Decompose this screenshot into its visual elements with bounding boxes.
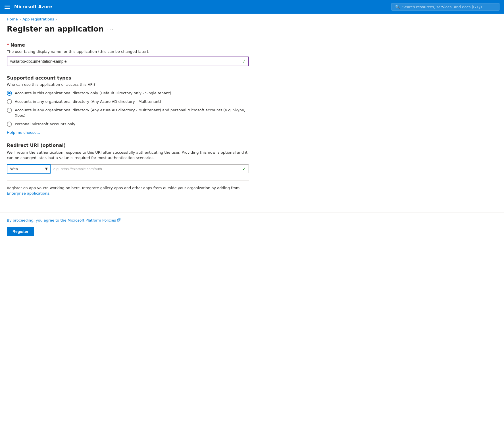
radio-item-2[interactable]: Accounts in any organizational directory… bbox=[7, 99, 249, 104]
radio-circle-2[interactable] bbox=[7, 99, 12, 104]
footer: By proceeding, you agree to the Microsof… bbox=[0, 212, 504, 242]
redirect-url-wrapper: ✓ bbox=[51, 164, 249, 173]
radio-label-2: Accounts in any organizational directory… bbox=[15, 99, 161, 104]
external-link-icon bbox=[117, 218, 120, 222]
name-check-icon: ✓ bbox=[242, 59, 246, 64]
redirect-type-wrapper: Web SPA Public client/native ▼ bbox=[7, 164, 51, 174]
page-title-row: Register an application ··· bbox=[7, 25, 249, 33]
page-title: Register an application bbox=[7, 25, 104, 33]
redirect-uri-description: We'll return the authentication response… bbox=[7, 150, 249, 161]
bottom-info-text: Register an app you're working on here. … bbox=[7, 186, 239, 190]
account-question: Who can use this application or access t… bbox=[7, 82, 249, 87]
breadcrumb-sep-2: › bbox=[56, 17, 57, 21]
more-options-icon[interactable]: ··· bbox=[107, 27, 114, 33]
breadcrumb-sep-1: › bbox=[19, 17, 21, 21]
global-search[interactable]: 🔍 Search resources, services, and docs (… bbox=[391, 3, 499, 11]
policy-row: By proceeding, you agree to the Microsof… bbox=[7, 218, 497, 222]
redirect-check-icon: ✓ bbox=[242, 166, 246, 172]
redirect-type-select[interactable]: Web SPA Public client/native bbox=[7, 164, 51, 174]
app-title: Microsoft Azure bbox=[14, 4, 387, 9]
radio-label-1: Accounts in this organizational director… bbox=[15, 91, 171, 96]
supported-accounts-section: Supported account types Who can use this… bbox=[7, 75, 249, 135]
top-nav: Microsoft Azure 🔍 Search resources, serv… bbox=[0, 0, 504, 14]
bottom-info: Register an app you're working on here. … bbox=[7, 180, 249, 196]
redirect-inputs-row: Web SPA Public client/native ▼ ✓ bbox=[7, 164, 249, 174]
hamburger-menu[interactable] bbox=[5, 5, 10, 9]
supported-accounts-title: Supported account types bbox=[7, 75, 249, 81]
name-input-wrapper: ✓ bbox=[7, 57, 249, 66]
app-name-input[interactable] bbox=[7, 57, 249, 66]
radio-circle-4[interactable] bbox=[7, 122, 12, 127]
help-choose-link[interactable]: Help me choose... bbox=[7, 130, 40, 135]
required-star: * bbox=[7, 42, 9, 48]
radio-label-3: Accounts in any organizational directory… bbox=[15, 108, 249, 118]
redirect-uri-section: Redirect URI (optional) We'll return the… bbox=[7, 143, 249, 174]
search-placeholder: Search resources, services, and docs (G+… bbox=[402, 5, 482, 9]
name-label: *Name bbox=[7, 42, 249, 48]
name-description: The user-facing display name for this ap… bbox=[7, 49, 249, 54]
radio-label-4: Personal Microsoft accounts only bbox=[15, 122, 75, 127]
redirect-url-input[interactable] bbox=[51, 164, 249, 173]
search-icon: 🔍 bbox=[395, 5, 400, 9]
policy-link[interactable]: By proceeding, you agree to the Microsof… bbox=[7, 218, 116, 222]
radio-item-3[interactable]: Accounts in any organizational directory… bbox=[7, 108, 249, 118]
register-button[interactable]: Register bbox=[7, 227, 34, 236]
radio-circle-1[interactable] bbox=[7, 91, 12, 96]
radio-circle-3[interactable] bbox=[7, 108, 12, 113]
name-section: *Name The user-facing display name for t… bbox=[7, 42, 249, 66]
redirect-uri-title: Redirect URI (optional) bbox=[7, 143, 249, 148]
page-content: Register an application ··· *Name The us… bbox=[0, 22, 256, 212]
enterprise-apps-link[interactable]: Enterprise applications. bbox=[7, 191, 51, 195]
breadcrumb-home[interactable]: Home bbox=[7, 17, 18, 21]
breadcrumb: Home › App registrations › bbox=[0, 14, 504, 22]
radio-item-1[interactable]: Accounts in this organizational director… bbox=[7, 91, 249, 96]
breadcrumb-app-registrations[interactable]: App registrations bbox=[22, 17, 54, 21]
radio-item-4[interactable]: Personal Microsoft accounts only bbox=[7, 122, 249, 127]
